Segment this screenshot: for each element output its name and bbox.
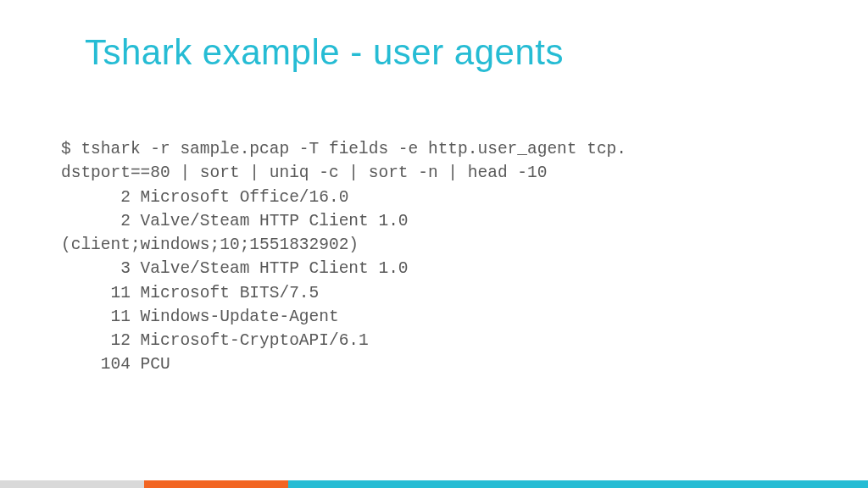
bar-segment-orange [144, 480, 288, 488]
output-line: (client;windows;10;1551832902) [61, 236, 359, 254]
output-line: 11 Windows-Update-Agent [61, 308, 339, 326]
output-line: 2 Microsoft Office/16.0 [61, 188, 348, 207]
output-line: 3 Valve/Steam HTTP Client 1.0 [61, 259, 409, 278]
bar-segment-teal [288, 480, 868, 488]
output-line: 12 Microsoft-CryptoAPI/6.1 [61, 331, 369, 350]
output-line: 104 PCU [61, 355, 170, 374]
decorative-bottom-bar [0, 480, 868, 488]
terminal-output: $ tshark -r sample.pcap -T fields -e htt… [61, 137, 807, 377]
output-line: 2 Valve/Steam HTTP Client 1.0 [61, 212, 409, 230]
command-line: $ tshark -r sample.pcap -T fields -e htt… [61, 140, 626, 182]
slide-title: Tshark example - user agents [85, 32, 564, 73]
output-line: 11 Microsoft BITS/7.5 [61, 284, 319, 302]
bar-segment-grey [0, 480, 144, 488]
